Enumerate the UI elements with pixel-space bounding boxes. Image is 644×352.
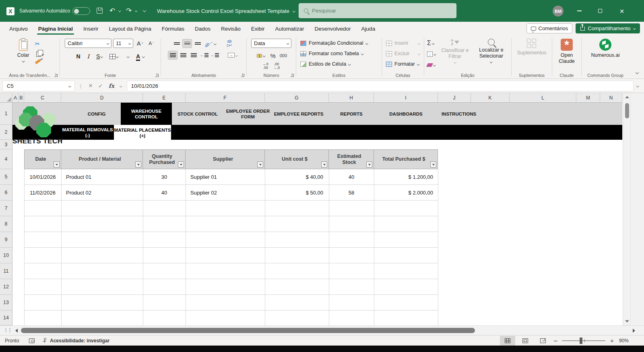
accounting-format-button[interactable]: $ [256,51,266,60]
row-header-14[interactable]: 14 [0,311,12,325]
align-left-button[interactable] [168,51,178,60]
enter-icon[interactable]: ✓ [98,83,103,89]
row-header-5[interactable]: 5 [0,169,12,185]
tab-layout-da-pagina[interactable]: Layout da Página [104,22,157,35]
undo-chevron[interactable] [119,10,121,12]
nav-tab-warehouse-control[interactable]: WAREHOUSE CONTROL [121,103,172,125]
table-header-total-purchased[interactable]: Total Purchased $ [374,149,438,169]
decrease-indent-button[interactable]: ← [199,51,209,60]
quick-access-chevron[interactable] [143,9,146,12]
cell-unit-cost[interactable]: $ 40,00 [265,174,329,180]
row-header-6[interactable]: 6 [0,185,12,201]
underline-button[interactable]: S [94,52,105,61]
select-all-corner[interactable] [0,93,12,102]
redo-icon[interactable]: ↷ [126,6,132,15]
row-header-13[interactable]: 13 [0,295,12,311]
nav-tab-employee-reports[interactable]: EMPLOYEE REPORTS [272,103,325,125]
column-header-m[interactable]: M [576,93,600,102]
column-header-l[interactable]: L [510,93,576,102]
align-top-button[interactable] [172,39,182,48]
cell-date[interactable]: 10/01/2026 [24,174,61,180]
filter-dropdown-icon[interactable] [321,162,327,168]
open-claude-button[interactable]: * Open Claude [553,38,580,65]
numerous-ai-button[interactable]: Numerous.ai [589,38,622,59]
comma-style-button[interactable]: 000 [280,53,287,58]
tab-inserir[interactable]: Inserir [78,22,104,35]
paste-button[interactable]: Colar [15,39,32,63]
column-header-d[interactable]: D [61,93,143,102]
percent-style-button[interactable]: % [270,52,275,59]
font-name-combo[interactable]: Calibri [65,39,111,48]
tab-automatizar[interactable]: Automatizar [270,22,310,35]
nav-tab-reports[interactable]: REPORTS [329,103,374,125]
fill-button[interactable]: ↓ [426,50,437,58]
column-header-c[interactable]: C [24,93,61,102]
filter-dropdown-icon[interactable] [54,162,60,168]
table-header-product[interactable]: Product / Material [61,149,143,169]
column-header-j[interactable]: J [438,93,471,102]
undo-icon[interactable]: ↶ [109,6,115,15]
cell-date[interactable]: 11/02/2026 [24,190,61,196]
tab-arquivo[interactable]: Arquivo [4,22,33,35]
comments-button[interactable]: Comentários [526,23,573,33]
column-header-n[interactable]: N [600,93,622,102]
format-as-table-button[interactable]: Formatar como Tabela [298,48,380,59]
decrease-decimal-button[interactable]: ,00→,0 [273,62,280,70]
merge-center-button[interactable]: ↔ [226,51,239,60]
filter-dropdown-icon[interactable] [257,162,263,168]
nav-tab-stock-control[interactable]: STOCK CONTROL [172,103,223,125]
redo-chevron[interactable] [135,10,137,12]
wrap-text-button[interactable]: abc↵ [223,39,235,48]
filter-dropdown-icon[interactable] [430,162,436,168]
dialog-launcher-icon[interactable] [241,74,244,77]
filter-dropdown-icon[interactable] [366,162,372,168]
scroll-left-icon[interactable] [15,329,18,333]
row-header-8[interactable]: 8 [0,216,12,232]
delete-cells-button[interactable]: Excluir [384,48,422,59]
cell-product[interactable]: Product 01 [61,174,143,180]
nav-tab-dashboards[interactable]: DASHBOARDS [374,103,438,125]
name-box[interactable]: C5 [2,81,75,91]
cell-styles-button[interactable]: Estilos de Célula [298,59,380,69]
row-header-2[interactable]: 2 [0,125,12,140]
row-header-4[interactable]: 4 [0,149,12,169]
formula-bar-splitter[interactable]: ⋮ [78,83,83,89]
macro-record-icon[interactable] [29,335,35,346]
cell-product[interactable]: Product 02 [61,190,143,196]
vertical-scroll-thumb[interactable] [625,103,629,118]
row-header-10[interactable]: 10 [0,248,12,263]
align-right-button[interactable] [189,51,198,60]
close-button[interactable]: × [613,0,631,22]
tab-formulas[interactable]: Fórmulas [157,22,190,35]
sheet-splitter-handle[interactable]: ⋮⋮ [3,327,11,333]
zoom-slider-thumb[interactable] [580,338,582,344]
document-title[interactable]: Warehouse Stock Control Excel Spreadshee… [157,0,295,22]
column-header-k[interactable]: K [471,93,510,102]
horizontal-scrollbar[interactable]: ⋮⋮ [0,325,644,335]
cancel-icon[interactable]: × [89,82,93,90]
table-header-estimated-stock[interactable]: Estimated Stock [329,149,374,169]
insert-cells-button[interactable]: Inserir [384,38,422,48]
search-box[interactable] [299,3,456,18]
scroll-up-icon[interactable] [625,96,629,98]
table-header-date[interactable]: Date [24,149,61,169]
format-cells-button[interactable]: Formatar [384,59,422,69]
nav-tab-instructions[interactable]: INSTRUCTIONS [435,103,483,125]
dialog-launcher-icon[interactable] [54,74,58,77]
clear-button[interactable] [426,60,437,69]
find-select-button[interactable]: Localizar e Selecionar [473,38,510,64]
copy-button[interactable] [35,50,45,58]
cell-unit-cost[interactable]: $ 50,00 [265,190,329,196]
cell-quantity[interactable]: 30 [143,174,186,180]
conditional-formatting-button[interactable]: Formatação Condicional [298,38,380,48]
nav-tab-material-placements[interactable]: MATERIAL PLACEMENTS (+) [114,125,171,141]
collapse-ribbon-chevron[interactable] [636,68,638,75]
cell-supplier[interactable]: Supplier 01 [186,174,265,180]
addins-button[interactable]: Suplementos [515,38,549,57]
column-header-f[interactable]: F [186,93,265,102]
row-header-1[interactable]: 1 [0,103,12,125]
view-page-layout-button[interactable] [518,335,533,346]
save-icon[interactable] [97,8,103,14]
nav-tab-employee-order-form[interactable]: EMPLOYEE ORDER FORM [221,103,275,125]
row-header-3[interactable]: 3 [0,140,12,149]
